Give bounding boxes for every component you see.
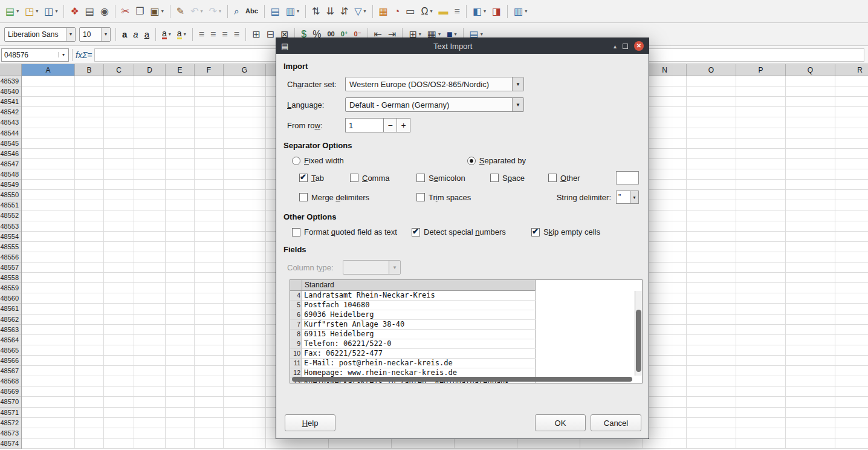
spin-plus-button[interactable]: + bbox=[397, 118, 410, 132]
column-header-b[interactable]: B bbox=[75, 64, 104, 76]
scrollbar-thumb[interactable] bbox=[292, 377, 632, 382]
column-header-a[interactable]: A bbox=[22, 64, 75, 76]
column-header-p[interactable]: P bbox=[736, 64, 786, 76]
chevron-down-icon[interactable]: ▾ bbox=[438, 31, 441, 37]
checkbox-box[interactable] bbox=[531, 228, 540, 236]
chevron-down-icon[interactable]: ▾ bbox=[484, 8, 486, 14]
chevron-down-icon[interactable]: ▾ bbox=[58, 52, 68, 57]
checkbox-merge-delimiters[interactable]: Merge delimiters bbox=[299, 193, 416, 202]
save-icon[interactable]: ◫▾ bbox=[42, 4, 60, 19]
row-header-48560[interactable]: 48560 bbox=[0, 293, 21, 304]
undo-icon[interactable]: ↶▾ bbox=[188, 4, 205, 19]
insert-row-icon[interactable]: ▤ bbox=[268, 4, 282, 19]
grid-column-n[interactable] bbox=[643, 76, 687, 449]
spin-minus-button[interactable]: − bbox=[384, 118, 397, 132]
close-icon[interactable]: ✕ bbox=[634, 41, 644, 51]
merge-cells-icon[interactable]: ⊟ bbox=[264, 27, 276, 42]
row-header-48565[interactable]: 48565 bbox=[0, 345, 21, 356]
checkbox-detect-special-numbers[interactable]: Detect special numbers bbox=[412, 227, 531, 236]
grid-column-e[interactable] bbox=[166, 76, 195, 449]
row-header-48563[interactable]: 48563 bbox=[0, 325, 21, 335]
row-header-48546[interactable]: 48546 bbox=[0, 149, 21, 159]
row-header-48539[interactable]: 48539 bbox=[0, 76, 21, 86]
chevron-down-icon[interactable]: ▾ bbox=[455, 31, 457, 37]
checkbox-box[interactable] bbox=[490, 174, 499, 182]
print-icon[interactable]: ▤ bbox=[83, 4, 97, 19]
sort-icon[interactable]: ⇅ bbox=[309, 4, 322, 19]
redo-icon[interactable]: ↷▾ bbox=[207, 4, 224, 19]
row-header-48572[interactable]: 48572 bbox=[0, 418, 21, 428]
checkbox-box[interactable] bbox=[292, 228, 300, 236]
column-header-d[interactable]: D bbox=[134, 64, 166, 76]
checkbox-skip-empty-cells[interactable]: Skip empty cells bbox=[531, 227, 600, 236]
chevron-down-icon[interactable]: ▾ bbox=[169, 31, 171, 37]
checkbox-box[interactable] bbox=[299, 174, 308, 182]
row-header-48547[interactable]: 48547 bbox=[0, 159, 21, 169]
scrollbar-thumb[interactable] bbox=[636, 310, 641, 373]
column-header-o[interactable]: O bbox=[687, 64, 736, 76]
sort-descending-icon[interactable]: ⇵ bbox=[338, 4, 351, 19]
checkbox-box[interactable] bbox=[299, 193, 308, 201]
name-box[interactable]: 048576 ▾ bbox=[1, 48, 69, 62]
grid-column-f[interactable] bbox=[195, 76, 224, 449]
freeze-rows-and-columns-icon[interactable]: ◧▾ bbox=[470, 4, 488, 19]
checkbox-box[interactable] bbox=[350, 174, 358, 182]
chevron-down-icon[interactable]: ▾ bbox=[66, 28, 75, 41]
split-window-icon[interactable]: ◨ bbox=[490, 4, 504, 19]
row-header-48571[interactable]: 48571 bbox=[0, 408, 21, 418]
preview-column-header[interactable]: Standard bbox=[302, 280, 536, 291]
row-header-48567[interactable]: 48567 bbox=[0, 366, 21, 376]
copy-icon[interactable]: ❐ bbox=[133, 4, 146, 19]
chevron-down-icon[interactable]: ▾ bbox=[161, 8, 164, 14]
checkbox-format-quoted-field-as-text[interactable]: Format quoted field as text bbox=[292, 227, 412, 236]
spelling-icon[interactable]: Abc bbox=[243, 4, 261, 19]
chevron-down-icon[interactable]: ▾ bbox=[36, 8, 38, 14]
paste-icon[interactable]: ▣▾ bbox=[148, 4, 166, 19]
row-header-48540[interactable]: 48540 bbox=[0, 86, 21, 97]
find-and-replace-icon[interactable]: ⌕ bbox=[232, 4, 242, 19]
merge-and-center-cells-icon[interactable]: ⊞ bbox=[250, 27, 262, 42]
row-header-48566[interactable]: 48566 bbox=[0, 356, 21, 366]
checkbox-box[interactable] bbox=[548, 174, 557, 182]
italic-icon[interactable]: a bbox=[131, 27, 140, 42]
row-header-48552[interactable]: 48552 bbox=[0, 210, 21, 221]
clone-formatting-icon[interactable]: ✎ bbox=[174, 4, 187, 19]
bold-icon[interactable]: a bbox=[120, 27, 129, 42]
grid-column-o[interactable] bbox=[687, 76, 736, 449]
ok-button[interactable]: OK bbox=[535, 414, 586, 431]
row-header-48559[interactable]: 48559 bbox=[0, 283, 21, 293]
align-right-icon[interactable]: ≡ bbox=[219, 27, 230, 42]
chevron-down-icon[interactable]: ▾ bbox=[525, 8, 527, 14]
chevron-down-icon[interactable]: ▾ bbox=[297, 8, 299, 14]
column-header-c[interactable]: C bbox=[104, 64, 134, 76]
print-preview-icon[interactable]: ◉ bbox=[98, 4, 111, 19]
justified-icon[interactable]: ≡ bbox=[232, 27, 242, 42]
chevron-down-icon[interactable]: ▼ bbox=[512, 98, 523, 111]
other-separator-input[interactable] bbox=[616, 171, 639, 184]
import-preview-table[interactable]: Standard 4Landratsamt Rhein-Neckar-Kreis… bbox=[290, 279, 643, 383]
sort-ascending-icon[interactable]: ⇊ bbox=[323, 4, 336, 19]
dialog-titlebar[interactable]: ▤ Text Import ▴ ✕ bbox=[276, 38, 649, 54]
insert-comment-icon[interactable]: ▬ bbox=[436, 4, 450, 19]
checkbox-tab[interactable]: Tab bbox=[299, 174, 350, 183]
checkbox-box[interactable] bbox=[412, 228, 420, 236]
grid-column-a[interactable] bbox=[22, 76, 75, 449]
checkbox-other[interactable]: Other bbox=[548, 174, 580, 183]
chevron-down-icon[interactable]: ▾ bbox=[16, 8, 19, 14]
row-header-48549[interactable]: 48549 bbox=[0, 180, 21, 190]
row-header-48553[interactable]: 48553 bbox=[0, 221, 21, 232]
insert-column-icon[interactable]: ▥▾ bbox=[283, 4, 302, 19]
checkbox-semicolon[interactable]: Semicolon bbox=[416, 174, 490, 183]
export-as-pdf-icon[interactable]: ❖ bbox=[68, 4, 81, 19]
chevron-down-icon[interactable]: ▾ bbox=[219, 8, 221, 14]
column-header-r[interactable]: R bbox=[835, 64, 868, 76]
row-header-48542[interactable]: 48542 bbox=[0, 107, 21, 117]
insert-chart-icon[interactable]: ◔ bbox=[392, 4, 403, 19]
chevron-down-icon[interactable]: ▾ bbox=[201, 8, 203, 14]
cancel-button[interactable]: Cancel bbox=[591, 414, 641, 431]
checkbox-trim-spaces[interactable]: Trim spaces bbox=[416, 193, 471, 202]
row-header-48562[interactable]: 48562 bbox=[0, 315, 21, 325]
from-row-input[interactable]: 1 bbox=[345, 118, 384, 132]
open-icon[interactable]: ◳▾ bbox=[22, 4, 40, 19]
row-header-48554[interactable]: 48554 bbox=[0, 232, 21, 242]
